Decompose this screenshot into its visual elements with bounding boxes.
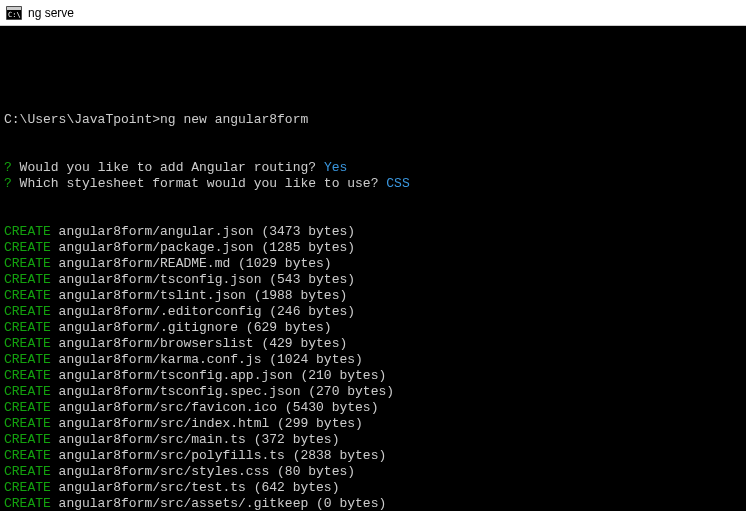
- create-label: CREATE: [4, 432, 51, 447]
- create-line: CREATE angular8form/.editorconfig (246 b…: [4, 304, 742, 320]
- create-label: CREATE: [4, 288, 51, 303]
- create-path: angular8form/karma.conf.js (1024 bytes): [51, 352, 363, 367]
- create-label: CREATE: [4, 464, 51, 479]
- question-mark: ?: [4, 160, 12, 175]
- create-path: angular8form/tsconfig.json (543 bytes): [51, 272, 355, 287]
- create-path: angular8form/src/favicon.ico (5430 bytes…: [51, 400, 379, 415]
- create-path: angular8form/src/polyfills.ts (2838 byte…: [51, 448, 386, 463]
- prompt-path: C:\Users\JavaTpoint>: [4, 112, 160, 127]
- create-path: angular8form/README.md (1029 bytes): [51, 256, 332, 271]
- create-path: angular8form/tsconfig.spec.json (270 byt…: [51, 384, 394, 399]
- create-label: CREATE: [4, 400, 51, 415]
- create-line: CREATE angular8form/src/favicon.ico (543…: [4, 400, 742, 416]
- create-path: angular8form/src/index.html (299 bytes): [51, 416, 363, 431]
- question-line: ? Which stylesheet format would you like…: [4, 176, 742, 192]
- create-line: CREATE angular8form/tsconfig.app.json (2…: [4, 368, 742, 384]
- create-path: angular8form/src/assets/.gitkeep (0 byte…: [51, 496, 386, 511]
- create-label: CREATE: [4, 448, 51, 463]
- create-path: angular8form/.editorconfig (246 bytes): [51, 304, 355, 319]
- question-text: Would you like to add Angular routing?: [12, 160, 324, 175]
- empty-line: [4, 64, 742, 80]
- create-line: CREATE angular8form/src/index.html (299 …: [4, 416, 742, 432]
- create-label: CREATE: [4, 352, 51, 367]
- create-line: CREATE angular8form/angular.json (3473 b…: [4, 224, 742, 240]
- create-path: angular8form/.gitignore (629 bytes): [51, 320, 332, 335]
- create-label: CREATE: [4, 416, 51, 431]
- create-line: CREATE angular8form/src/main.ts (372 byt…: [4, 432, 742, 448]
- window-title: ng serve: [28, 6, 74, 20]
- create-line: CREATE angular8form/src/test.ts (642 byt…: [4, 480, 742, 496]
- create-label: CREATE: [4, 256, 51, 271]
- create-label: CREATE: [4, 480, 51, 495]
- create-path: angular8form/tslint.json (1988 bytes): [51, 288, 347, 303]
- create-line: CREATE angular8form/tsconfig.spec.json (…: [4, 384, 742, 400]
- create-label: CREATE: [4, 272, 51, 287]
- create-line: CREATE angular8form/tsconfig.json (543 b…: [4, 272, 742, 288]
- create-line: CREATE angular8form/tslint.json (1988 by…: [4, 288, 742, 304]
- terminal-output[interactable]: C:\Users\JavaTpoint>ng new angular8form …: [0, 26, 746, 511]
- svg-text:C:\: C:\: [8, 11, 21, 19]
- create-line: CREATE angular8form/README.md (1029 byte…: [4, 256, 742, 272]
- create-path: angular8form/angular.json (3473 bytes): [51, 224, 355, 239]
- create-label: CREATE: [4, 224, 51, 239]
- create-label: CREATE: [4, 240, 51, 255]
- create-label: CREATE: [4, 384, 51, 399]
- question-line: ? Would you like to add Angular routing?…: [4, 160, 742, 176]
- create-label: CREATE: [4, 368, 51, 383]
- create-path: angular8form/src/styles.css (80 bytes): [51, 464, 355, 479]
- create-line: CREATE angular8form/browserslist (429 by…: [4, 336, 742, 352]
- question-answer: CSS: [386, 176, 409, 191]
- window-titlebar[interactable]: C:\ ng serve: [0, 0, 746, 26]
- create-label: CREATE: [4, 304, 51, 319]
- question-mark: ?: [4, 176, 12, 191]
- create-line: CREATE angular8form/.gitignore (629 byte…: [4, 320, 742, 336]
- prompt-line: C:\Users\JavaTpoint>ng new angular8form: [4, 112, 742, 128]
- create-line: CREATE angular8form/src/styles.css (80 b…: [4, 464, 742, 480]
- create-line: CREATE angular8form/package.json (1285 b…: [4, 240, 742, 256]
- create-path: angular8form/src/main.ts (372 bytes): [51, 432, 340, 447]
- question-text: Which stylesheet format would you like t…: [12, 176, 386, 191]
- prompt-command: ng new angular8form: [160, 112, 308, 127]
- create-label: CREATE: [4, 496, 51, 511]
- create-label: CREATE: [4, 320, 51, 335]
- create-path: angular8form/tsconfig.app.json (210 byte…: [51, 368, 386, 383]
- create-line: CREATE angular8form/src/assets/.gitkeep …: [4, 496, 742, 511]
- svg-rect-1: [7, 7, 21, 10]
- create-path: angular8form/browserslist (429 bytes): [51, 336, 347, 351]
- create-path: angular8form/src/test.ts (642 bytes): [51, 480, 340, 495]
- terminal-icon: C:\: [6, 6, 22, 20]
- question-answer: Yes: [324, 160, 347, 175]
- create-label: CREATE: [4, 336, 51, 351]
- create-line: CREATE angular8form/karma.conf.js (1024 …: [4, 352, 742, 368]
- create-path: angular8form/package.json (1285 bytes): [51, 240, 355, 255]
- create-line: CREATE angular8form/src/polyfills.ts (28…: [4, 448, 742, 464]
